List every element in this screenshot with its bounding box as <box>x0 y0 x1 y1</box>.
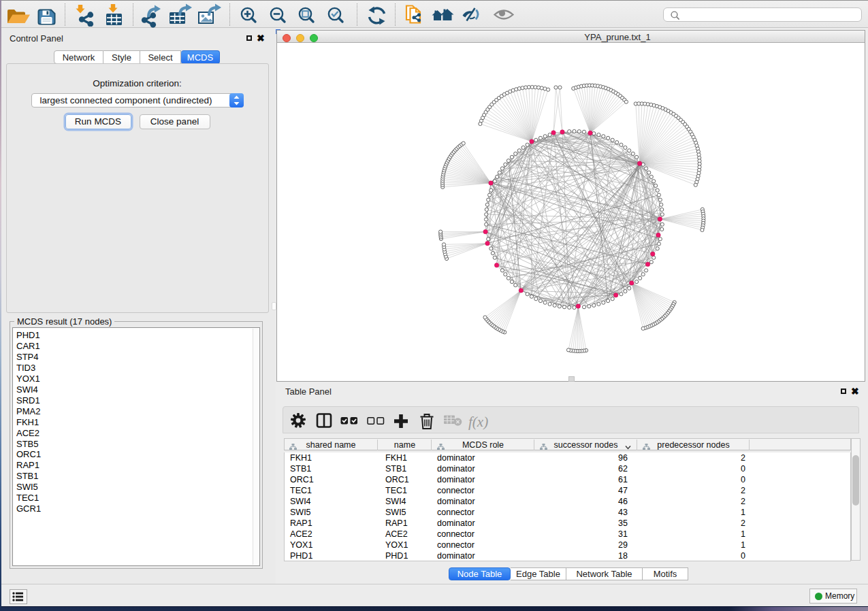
svg-text:f(x): f(x) <box>468 414 488 430</box>
